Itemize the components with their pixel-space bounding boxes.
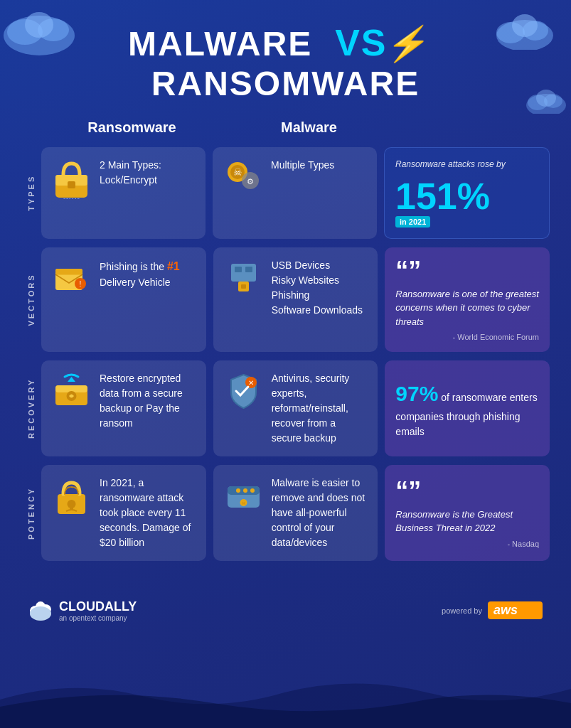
aws-section: powered by aws — [442, 601, 543, 619]
cloudally-logo: CLOUDALLY an opentext company — [28, 598, 137, 623]
vectors-malware-text: USB DevicesRisky WebsitesPhishingSoftwar… — [272, 258, 363, 318]
cloudally-brand-name: CLOUDALLY — [59, 599, 137, 614]
svg-text:001110: 001110 — [63, 198, 80, 199]
vectors-ransomware-text: Phishing is the #1 Delivery Vehicle — [100, 258, 196, 290]
svg-rect-27 — [231, 264, 256, 282]
col-header-right — [401, 114, 571, 141]
recovery-malware-text: Antivirus, security experts, reformat/re… — [272, 371, 368, 446]
malware-types-icon: ☠ ⚙ — [223, 158, 262, 197]
stat-97-value: 97% — [395, 382, 438, 405]
usb-icon — [224, 258, 263, 297]
vectors-quote-source: - World Economic Forum — [395, 333, 539, 341]
svg-text:⚙: ⚙ — [247, 177, 254, 186]
svg-rect-29 — [245, 267, 252, 272]
potency-quote-text: Ransomware is the Greatest Business Thre… — [395, 508, 539, 535]
potency-ransomware-card: In 2021, a ransomware attack took place … — [41, 465, 206, 561]
svg-rect-31 — [241, 284, 246, 289]
quote-mark-1: “” — [395, 258, 539, 284]
stat-label: Ransomware attacks rose by — [395, 159, 506, 171]
types-label: TYPES — [21, 147, 41, 239]
svg-text:!: ! — [80, 280, 82, 288]
recovery-ransomware-card: Restore encrypted data from a secure bac… — [41, 360, 206, 456]
potency-malware-text: Malware is easier to remove and does not… — [272, 476, 368, 550]
potency-quote-box: “” Ransomware is the Greatest Business T… — [385, 465, 550, 561]
potency-ransomware-text: In 2021, a ransomware attack took place … — [100, 476, 196, 550]
shield-icon: ✕ — [224, 371, 263, 410]
vectors-malware-card: USB DevicesRisky WebsitesPhishingSoftwar… — [213, 247, 378, 353]
cloudally-icon — [28, 598, 53, 623]
svg-rect-28 — [235, 267, 242, 272]
title-vs: VS⚡ — [324, 22, 443, 63]
powered-by-text: powered by — [442, 606, 482, 615]
svg-text:☠: ☠ — [241, 500, 246, 506]
recovery-label: RECOVERY — [21, 360, 41, 456]
cloudally-text-block: CLOUDALLY an opentext company — [59, 599, 137, 622]
types-malware-text: Multiple Types — [271, 158, 334, 173]
svg-point-16 — [69, 182, 75, 188]
recovery-content: Restore encrypted data from a secure bac… — [41, 360, 550, 456]
bottom-wave — [0, 671, 571, 728]
aws-logo: aws — [488, 601, 543, 619]
header: MALWARE VS⚡ RANSOMWARE — [0, 0, 571, 114]
svg-point-43 — [243, 488, 247, 493]
potency-quote-source: - Nasdaq — [395, 540, 539, 548]
col-header-malware: Malware — [224, 114, 394, 141]
svg-point-51 — [30, 606, 51, 621]
vectors-quote-box: “” Ransomware is one of the greatest con… — [385, 247, 550, 353]
stat-151-value: 151% — [395, 178, 490, 215]
svg-text:☠: ☠ — [233, 166, 242, 178]
footer: CLOUDALLY an opentext company powered by… — [0, 587, 571, 633]
vectors-ransomware-card: ! Phishing is the #1 Delivery Vehicle — [41, 247, 206, 353]
main-content: TYPES 001110 2 Main Types: Lock/Encrypt — [0, 147, 571, 584]
stat-97-container: 97% of ransomware enters companies throu… — [395, 378, 539, 439]
vectors-label: VECTORS — [21, 247, 41, 353]
potency-label: POTENCY — [21, 465, 41, 561]
potency-malware-card: ☠ Malware is easier to remove and does n… — [213, 465, 378, 561]
recovery-stat-box: 97% of ransomware enters companies throu… — [385, 360, 550, 456]
svg-text:✕: ✕ — [248, 379, 254, 387]
potency-row: POTENCY In 2021, a ransomware attack too… — [21, 465, 550, 561]
ransomware-potency-icon — [52, 476, 91, 515]
col-header-ransomware: Ransomware — [47, 114, 217, 141]
svg-point-44 — [250, 488, 255, 493]
types-content: 001110 2 Main Types: Lock/Encrypt ☠ ⚙ — [41, 147, 550, 239]
stat-year: in 2021 — [395, 216, 430, 228]
column-headers: Ransomware Malware — [20, 114, 571, 141]
vectors-quote-text: Ransomware is one of the greatest concer… — [395, 287, 539, 329]
vectors-content: ! Phishing is the #1 Delivery Vehicle — [41, 247, 550, 353]
potency-content: In 2021, a ransomware attack took place … — [41, 465, 550, 561]
recovery-ransomware-text: Restore encrypted data from a secure bac… — [100, 371, 196, 431]
svg-rect-39 — [70, 504, 73, 510]
main-title: MALWARE VS⚡ RANSOMWARE — [14, 21, 557, 103]
phishing-icon: ! — [52, 258, 91, 297]
svg-point-42 — [236, 488, 240, 493]
cloudally-brand-sub: an opentext company — [59, 614, 137, 622]
types-info-box: Ransomware attacks rose by 151% in 2021 — [384, 147, 550, 239]
lock-icon: 001110 — [52, 158, 91, 197]
recovery-malware-card: ✕ Antivirus, security experts, reformat/… — [213, 360, 378, 456]
types-row: TYPES 001110 2 Main Types: Lock/Encrypt — [21, 147, 550, 239]
vectors-row: VECTORS ! Phishing is the #1 Delivery Ve… — [21, 247, 550, 353]
svg-rect-23 — [55, 269, 82, 274]
recovery-row: RECOVERY Restore encrypted data from a s… — [21, 360, 550, 456]
title-malware: MALWARE — [128, 25, 312, 63]
quote-mark-2: “” — [395, 478, 539, 504]
types-malware-card: ☠ ⚙ Multiple Types — [213, 147, 377, 239]
stat-value-container: 151% in 2021 — [395, 178, 490, 228]
types-ransomware-text: 2 Main Types: Lock/Encrypt — [100, 158, 195, 188]
types-ransomware-card: 001110 2 Main Types: Lock/Encrypt — [41, 147, 206, 239]
malware-potency-icon: ☠ — [224, 476, 263, 515]
title-ransomware: RANSOMWARE — [151, 65, 420, 102]
stat-151-container: Ransomware attacks rose by 151% in 2021 — [395, 159, 538, 228]
backup-icon — [52, 371, 91, 410]
